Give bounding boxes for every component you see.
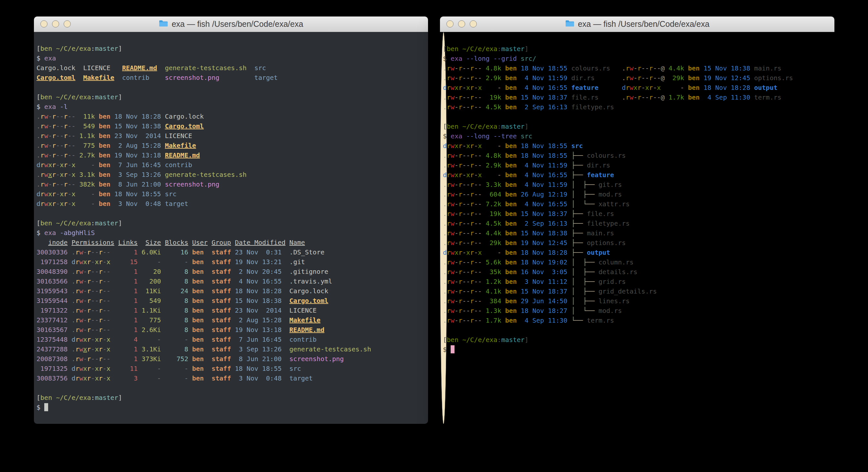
terminal-text-segment: r: [99, 326, 103, 334]
terminal-text-segment: ben: [505, 219, 517, 227]
terminal-text-segment: r: [458, 103, 462, 111]
terminal-text-segment: -abghHliS: [60, 229, 95, 237]
terminal-text-segment: [517, 152, 521, 159]
terminal-text-segment: r: [458, 64, 462, 72]
terminal-text-segment: [517, 268, 521, 276]
terminal-text-segment: r: [447, 161, 451, 169]
terminal-text-segment: .: [443, 200, 447, 208]
terminal-text-segment: [114, 239, 118, 246]
terminal-text-segment: --grid: [494, 55, 517, 62]
terminal-text-segment: -: [67, 132, 71, 140]
terminal-text-segment: -: [455, 278, 458, 286]
close-button[interactable]: [40, 20, 48, 28]
terminal-text-segment: [204, 355, 212, 363]
terminal-text-segment: x: [71, 200, 75, 208]
terminal-text-segment: mod.rs: [598, 190, 622, 198]
minimize-button[interactable]: [458, 20, 465, 28]
terminal-text-segment: r: [75, 326, 79, 334]
terminal-text-segment: ben: [505, 181, 517, 188]
terminal-text-segment: [188, 297, 192, 304]
terminal-text-segment: [161, 122, 165, 130]
terminal-text-segment: w: [451, 278, 455, 286]
terminal-text-segment: [137, 248, 142, 256]
terminal-text-segment: [188, 248, 192, 256]
terminal-text-segment: 30083756: [36, 374, 67, 382]
terminal-text-segment: master: [95, 219, 118, 227]
terminal-text-segment: [517, 258, 521, 266]
terminal-text-segment: staff: [212, 306, 231, 314]
terminal-line: 1971322 .rw-r--r-- 1 1.1Ki 8 ben staff 2…: [36, 305, 426, 315]
terminal-text-segment: 1: [134, 248, 137, 256]
terminal-text-segment: r: [52, 180, 56, 188]
terminal-line: 24377288 .rwxr-xr-x 1 3.1Ki 8 ben staff …: [36, 344, 426, 354]
terminal-text-segment: [67, 287, 71, 295]
terminal-text-segment: ben: [192, 355, 204, 363]
terminal-text-segment: 3 Nov 0:48: [235, 374, 282, 382]
terminal-text-segment: [56, 229, 60, 237]
terminal-text-segment: -: [103, 345, 106, 353]
window-titlebar[interactable]: exa — fish /Users/ben/Code/exa/exa: [34, 17, 428, 32]
terminal-text-segment: x: [60, 171, 64, 178]
terminal-text-segment: 7 Jun 16:45: [235, 335, 282, 343]
terminal-text-segment: -: [466, 181, 470, 188]
terminal-text-segment: .: [71, 297, 75, 304]
terminal-text-segment: -: [48, 113, 52, 120]
terminal-text-segment: ben: [192, 287, 204, 295]
terminal-text-segment: r: [637, 84, 641, 91]
terminal-text-segment: -: [95, 316, 99, 324]
terminal-text-segment: [517, 239, 521, 247]
terminal-text-segment: [567, 84, 571, 91]
terminal-text-segment: r: [99, 316, 103, 324]
terminal-text-segment: -: [633, 64, 637, 72]
terminal-text-segment: -: [455, 210, 458, 217]
zoom-button[interactable]: [470, 20, 477, 28]
terminal-text-segment: -: [657, 93, 661, 101]
terminal-text-segment: ben ~/C/e/exa: [447, 122, 497, 130]
terminal-text-segment: [684, 74, 688, 82]
terminal-text-segment: [: [443, 336, 447, 344]
terminal-text-segment: -: [466, 64, 470, 72]
terminal-text-segment: master: [501, 45, 525, 53]
terminal-text-segment: 23 Nov 0:31: [235, 248, 282, 256]
terminal-text-segment: 16 Nov 3:05: [521, 268, 567, 276]
terminal-text-segment: x: [466, 171, 470, 179]
terminal-text-segment: [482, 297, 489, 305]
terminal-text-segment: -: [474, 84, 478, 91]
terminal-text-segment: r: [447, 210, 451, 217]
terminal-text-segment: -: [56, 171, 60, 178]
terminal-text-segment: .: [443, 74, 447, 82]
terminal-text-segment: [111, 151, 114, 159]
terminal-output[interactable]: [ben ~/C/e/exa:master]$ exaCargo.lock LI…: [34, 32, 428, 424]
terminal-text-segment: r: [52, 151, 56, 159]
terminal-text-segment: -: [83, 326, 87, 334]
terminal-text-segment: [282, 365, 289, 373]
terminal-text-segment: output: [754, 84, 778, 91]
terminal-text-segment: r: [447, 248, 451, 256]
terminal-text-segment: r: [458, 258, 462, 266]
terminal-text-segment: [282, 297, 289, 304]
terminal-output[interactable]: [ben ~/C/e/exa:master]$ exa --long --gri…: [440, 32, 447, 424]
terminal-text-segment: [161, 277, 184, 285]
zoom-button[interactable]: [64, 20, 71, 28]
window-titlebar[interactable]: exa — fish /Users/ben/Code/exa/exa: [440, 17, 834, 32]
terminal-text-segment: 19 Nov 12:45: [704, 74, 750, 82]
terminal-text-segment: [567, 161, 571, 169]
minimize-button[interactable]: [52, 20, 59, 28]
terminal-text-segment: [231, 277, 235, 285]
terminal-text-segment: -: [645, 93, 649, 101]
close-button[interactable]: [446, 20, 454, 28]
window-title-area: exa — fish /Users/ben/Code/exa/exa: [565, 20, 709, 29]
terminal-text-segment: [161, 355, 176, 363]
terminal-text-segment: .: [443, 229, 447, 237]
terminal-text-segment: -: [455, 93, 458, 101]
terminal-text-segment: 4.4k: [669, 64, 684, 72]
terminal-text-segment: 23377412: [36, 316, 67, 324]
terminal-text-segment: -: [474, 171, 478, 179]
terminal-text-segment: ben: [505, 84, 517, 91]
terminal-text-segment: x: [106, 365, 111, 373]
terminal-text-segment: -: [474, 307, 478, 315]
terminal-text-segment: [188, 287, 192, 295]
terminal-text-segment: r: [470, 181, 474, 188]
terminal-text-segment: [231, 345, 235, 353]
terminal-text-segment: d: [443, 248, 447, 256]
